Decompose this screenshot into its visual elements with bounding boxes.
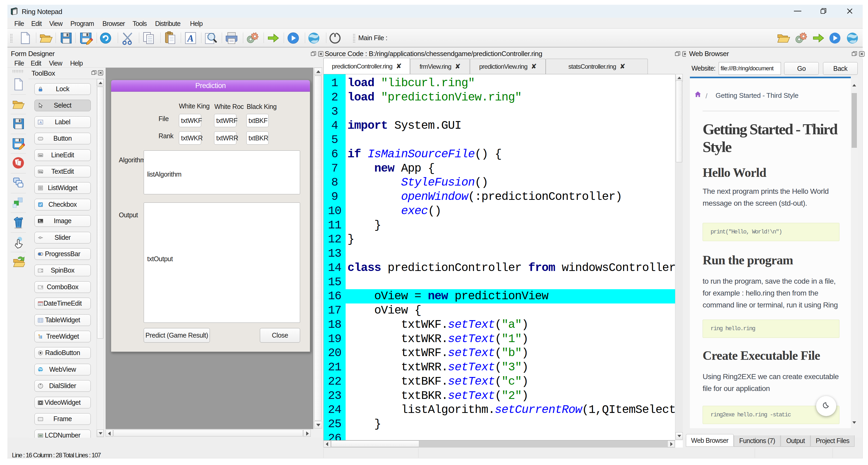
svg-text:Text: Text xyxy=(39,155,42,157)
svg-text:A: A xyxy=(39,120,42,124)
svg-text:A: A xyxy=(187,33,194,44)
svg-text:88: 88 xyxy=(39,435,42,437)
svg-text:Text: Text xyxy=(39,171,42,173)
